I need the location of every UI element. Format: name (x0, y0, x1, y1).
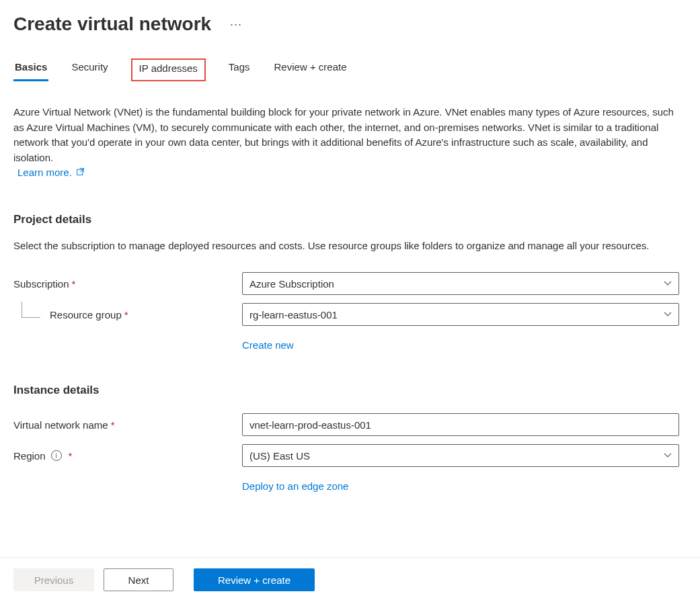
indent-connector-icon (22, 302, 40, 318)
learn-more-link[interactable]: Learn more. (17, 165, 85, 181)
required-indicator: * (72, 278, 76, 290)
create-new-link[interactable]: Create new (242, 339, 294, 351)
project-details-title: Project details (13, 213, 687, 226)
required-indicator: * (124, 309, 128, 320)
external-link-icon (76, 166, 85, 180)
resource-group-label: Resource group * (13, 309, 242, 320)
chevron-down-icon (664, 278, 672, 290)
instance-details-title: Instance details (13, 384, 687, 397)
vnet-name-label: Virtual network name * (13, 419, 242, 431)
previous-button[interactable]: Previous (13, 568, 94, 591)
info-icon[interactable]: i (51, 450, 62, 461)
tab-ip-addresses[interactable]: IP addresses (131, 58, 206, 81)
chevron-down-icon (664, 450, 672, 462)
page-header: Create virtual network ··· (13, 13, 687, 35)
region-label: Region i * (13, 450, 242, 462)
tab-tags[interactable]: Tags (227, 58, 251, 81)
chevron-down-icon (664, 309, 672, 320)
resource-group-row: Resource group * rg-learn-eastus-001 (13, 303, 687, 326)
next-button[interactable]: Next (104, 568, 173, 591)
footer: Previous Next Review + create (0, 557, 700, 602)
page-title: Create virtual network (13, 13, 211, 35)
tab-security[interactable]: Security (70, 58, 109, 81)
subscription-dropdown[interactable]: Azure Subscription (242, 272, 679, 295)
project-details-description: Select the subscription to manage deploy… (13, 239, 687, 254)
description-text: Azure Virtual Network (VNet) is the fund… (13, 105, 687, 181)
subscription-row: Subscription * Azure Subscription (13, 272, 687, 295)
more-icon[interactable]: ··· (230, 17, 242, 32)
subscription-label: Subscription * (13, 278, 242, 290)
resource-group-dropdown[interactable]: rg-learn-eastus-001 (242, 303, 679, 326)
region-row: Region i * (US) East US (13, 444, 687, 467)
vnet-name-row: Virtual network name * (13, 413, 687, 436)
review-create-button[interactable]: Review + create (194, 568, 315, 591)
vnet-name-input[interactable] (242, 413, 679, 436)
region-dropdown[interactable]: (US) East US (242, 444, 679, 467)
required-indicator: * (69, 450, 73, 462)
tabs: Basics Security IP addresses Tags Review… (13, 58, 687, 81)
deploy-edge-link[interactable]: Deploy to an edge zone (242, 480, 348, 492)
tab-basics[interactable]: Basics (13, 58, 48, 81)
tab-review-create[interactable]: Review + create (273, 58, 348, 81)
required-indicator: * (111, 419, 115, 431)
